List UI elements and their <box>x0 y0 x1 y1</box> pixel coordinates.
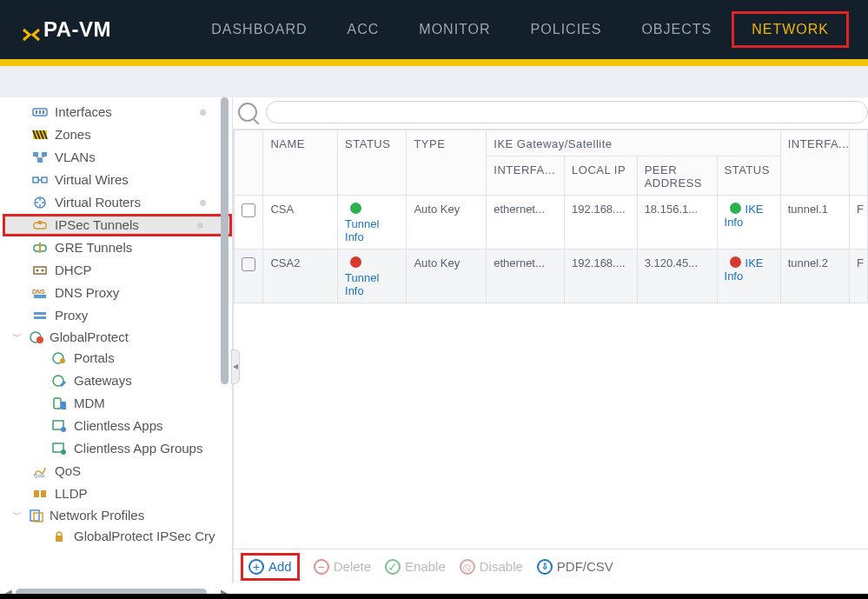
row-checkbox[interactable] <box>242 257 255 271</box>
cell-status[interactable]: Tunnel Info <box>338 196 407 250</box>
col-status2[interactable]: STATUS <box>717 156 780 196</box>
nav-monitor[interactable]: MONITOR <box>399 11 510 48</box>
svg-rect-21 <box>34 312 46 315</box>
cell-trail: F <box>850 250 868 303</box>
svg-text:QoS: QoS <box>34 473 44 478</box>
nav-objects[interactable]: OBJECTS <box>621 11 732 48</box>
dhcp-icon <box>32 263 48 277</box>
pdfcsv-button[interactable]: ⇩ PDF/CSV <box>537 559 613 575</box>
row-checkbox[interactable] <box>242 203 255 217</box>
virtual-routers-icon <box>32 196 48 210</box>
cell-type: Auto Key <box>407 196 487 250</box>
sidebar-item-gp-ipsec-crypto[interactable]: GlobalProtect IPSec Cry <box>3 525 232 548</box>
sidebar-item-mdm[interactable]: MDM <box>3 392 232 415</box>
cell-name[interactable]: CSA <box>263 196 338 250</box>
sidebar-item-proxy[interactable]: Proxy <box>3 304 232 327</box>
svg-point-17 <box>36 270 39 272</box>
sidebar-item-qos[interactable]: QoS QoS <box>3 460 232 483</box>
main-area: ▲ Interfaces Zones VLANs Virtual Wires <box>0 97 868 583</box>
virtual-wires-icon <box>32 173 48 187</box>
sidebar-item-label: Portals <box>74 349 115 367</box>
search-icon[interactable] <box>238 103 257 122</box>
gateways-icon <box>51 374 67 388</box>
sidebar-item-label: GlobalProtect <box>50 329 129 344</box>
table-row[interactable]: CSA2 Tunnel Info Auto Key ethernet... 19… <box>235 250 868 303</box>
sidebar: ▲ Interfaces Zones VLANs Virtual Wires <box>0 97 233 583</box>
sidebar-item-virtual-routers[interactable]: Virtual Routers <box>3 191 232 214</box>
qos-icon: QoS <box>32 464 48 478</box>
svg-rect-8 <box>33 177 38 183</box>
add-button[interactable]: + Add <box>241 553 300 581</box>
cell-name[interactable]: CSA2 <box>263 250 338 303</box>
svg-point-24 <box>36 336 43 343</box>
svg-rect-37 <box>30 510 39 521</box>
sidebar-collapse-handle[interactable] <box>231 349 240 384</box>
brand-icon <box>19 23 35 37</box>
nav-network[interactable]: NETWORK <box>732 11 849 48</box>
sidebar-item-label: MDM <box>74 395 105 412</box>
col-status[interactable]: STATUS <box>338 130 407 196</box>
svg-rect-29 <box>61 402 66 409</box>
top-nav: DASHBOARD ACC MONITOR POLICIES OBJECTS N… <box>191 0 849 59</box>
portals-icon <box>51 351 67 365</box>
cell-ike-status[interactable]: IKE Info <box>717 196 780 250</box>
col-localip[interactable]: LOCAL IP <box>565 156 638 196</box>
table-header-group-row: NAME STATUS TYPE IKE Gateway/Satellite I… <box>235 130 868 156</box>
sidebar-item-ipsec-tunnels[interactable]: IPSec Tunnels <box>3 214 232 236</box>
top-bar: PA-VM DASHBOARD ACC MONITOR POLICIES OBJ… <box>0 0 868 59</box>
sidebar-item-interfaces[interactable]: Interfaces <box>3 101 232 123</box>
sidebar-item-virtual-wires[interactable]: Virtual Wires <box>3 169 232 191</box>
svg-point-31 <box>61 427 66 432</box>
col-interfa[interactable]: INTERFA... <box>487 156 565 196</box>
sidebar-item-zones[interactable]: Zones <box>3 123 232 146</box>
sidebar-item-gre-tunnels[interactable]: GRE Tunnels <box>3 236 232 259</box>
search-input[interactable] <box>266 101 868 123</box>
ipsec-tunnels-icon <box>32 218 48 232</box>
sidebar-item-vlans[interactable]: VLANs <box>3 146 232 169</box>
sidebar-item-clientless-app-groups[interactable]: Clientless App Groups <box>3 437 232 460</box>
nav-policies[interactable]: POLICIES <box>511 11 622 48</box>
svg-rect-3 <box>43 110 44 114</box>
sidebar-group-network-profiles[interactable]: ﹀ Network Profiles <box>3 505 232 525</box>
logo: PA-VM <box>19 17 111 42</box>
accent-bar <box>0 59 868 66</box>
cell-peer: 18.156.1... <box>637 196 717 250</box>
col-type[interactable]: TYPE <box>407 130 487 196</box>
svg-point-26 <box>60 358 65 363</box>
col-interfb[interactable]: INTERFA... <box>780 130 849 196</box>
sidebar-item-label: IPSec Tunnels <box>55 216 139 234</box>
enable-button[interactable]: ✓ Enable <box>385 559 446 575</box>
sidebar-item-label: DHCP <box>55 262 92 279</box>
sidebar-group-globalprotect[interactable]: ﹀ GlobalProtect <box>3 327 232 347</box>
cell-localip: 192.168.... <box>565 250 638 303</box>
col-name[interactable]: NAME <box>263 130 338 196</box>
cell-ike-status[interactable]: IKE Info <box>717 250 780 303</box>
col-group-ike: IKE Gateway/Satellite <box>487 130 780 156</box>
nav-acc[interactable]: ACC <box>328 11 400 48</box>
svg-rect-13 <box>38 221 42 224</box>
sidebar-scrollbar[interactable] <box>221 97 229 583</box>
chevron-down-icon: ﹀ <box>11 508 23 522</box>
sidebar-item-clientless-apps[interactable]: Clientless Apps <box>3 415 232 437</box>
status-dot-icon <box>350 203 361 214</box>
sidebar-item-portals[interactable]: Portals <box>3 347 232 369</box>
nav-dashboard[interactable]: DASHBOARD <box>191 11 327 48</box>
sidebar-item-gateways[interactable]: Gateways <box>3 369 232 392</box>
cell-trail: F <box>850 196 868 250</box>
cell-localip: 192.168.... <box>565 196 638 250</box>
sidebar-item-dhcp[interactable]: DHCP <box>3 259 232 282</box>
cell-tunnel-if: tunnel.1 <box>780 196 849 250</box>
col-peer[interactable]: PEER ADDRESS <box>637 156 717 196</box>
delete-button[interactable]: − Delete <box>314 559 371 575</box>
chevron-down-icon: ﹀ <box>11 329 23 344</box>
sidebar-item-lldp[interactable]: LLDP <box>3 483 232 505</box>
sidebar-item-label: Proxy <box>55 307 88 324</box>
sidebar-item-label: Network Profiles <box>50 508 144 522</box>
svg-rect-5 <box>33 152 38 156</box>
disable-button[interactable]: ⦸ Disable <box>460 559 523 575</box>
cell-status[interactable]: Tunnel Info <box>338 250 407 303</box>
scrollbar-thumb[interactable] <box>221 97 229 384</box>
sidebar-item-dns-proxy[interactable]: DNS DNS Proxy <box>3 282 232 304</box>
search-row <box>233 97 868 129</box>
table-row[interactable]: CSA Tunnel Info Auto Key ethernet... 192… <box>235 196 868 250</box>
